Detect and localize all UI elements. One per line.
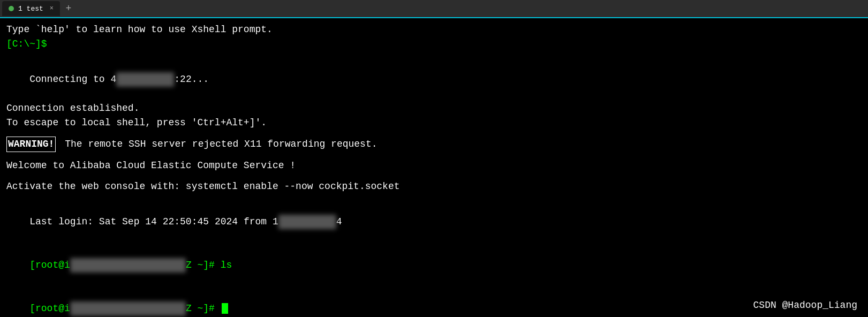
tab-close-button[interactable]: × <box>50 5 54 12</box>
prompt-suffix-2: Z ~]# <box>186 303 221 314</box>
terminal-window[interactable]: Type `help' to learn how to use Xshell p… <box>0 18 868 317</box>
new-tab-button[interactable]: + <box>62 2 75 15</box>
connecting-prefix: Connecting to 4 <box>29 74 116 85</box>
terminal-prompt-local: [C:\~]$ <box>6 37 862 51</box>
lastlogin-ip-blurred: ██████████ <box>278 215 336 229</box>
tab-label: 1 test <box>18 5 43 13</box>
terminal-line-welcome: Welcome to Alibaba Cloud Elastic Compute… <box>6 159 862 173</box>
lastlogin-prefix: Last login: Sat Sep 14 22:50:45 2024 fro… <box>29 216 278 227</box>
tab-status-dot <box>9 6 14 11</box>
lastlogin-suffix: 4 <box>336 216 342 227</box>
terminal-cursor <box>222 303 228 314</box>
warning-badge: WARNING! <box>6 137 56 152</box>
terminal-warning-line: WARNING! The remote SSH server rejected … <box>6 137 862 152</box>
terminal-line-help: Type `help' to learn how to use Xshell p… <box>6 22 862 37</box>
warning-message: The remote SSH server rejected X11 forwa… <box>59 137 377 152</box>
terminal-line-lastlogin: Last login: Sat Sep 14 22:50:45 2024 fro… <box>6 200 862 244</box>
terminal-line-connecting: Connecting to 4██████████:22... <box>6 58 862 101</box>
hostname-blurred-1: ████████████████████ <box>70 258 186 273</box>
connecting-ip-blurred: ██████████ <box>116 72 174 87</box>
terminal-line-escape: To escape to local shell, press 'Ctrl+Al… <box>6 116 862 130</box>
tab-1-test[interactable]: 1 test × <box>2 1 60 16</box>
connecting-suffix: :22... <box>174 74 209 85</box>
terminal-line-prompt-active: [root@i████████████████████Z ~]# <box>6 287 862 317</box>
terminal-line-established: Connection established. <box>6 101 862 116</box>
prompt-suffix-1: Z ~]# ls <box>186 260 232 270</box>
prompt-root-2: [root@i <box>29 303 70 314</box>
watermark: CSDN @Hadoop_Liang <box>753 300 857 311</box>
terminal-line-ls-command: [root@i████████████████████Z ~]# ls <box>6 244 862 287</box>
hostname-blurred-2: ████████████████████ <box>70 301 186 316</box>
prompt-root-1: [root@i <box>29 260 70 270</box>
terminal-line-activate: Activate the web console with: systemctl… <box>6 179 862 194</box>
tab-bar: 1 test × + <box>0 0 868 18</box>
